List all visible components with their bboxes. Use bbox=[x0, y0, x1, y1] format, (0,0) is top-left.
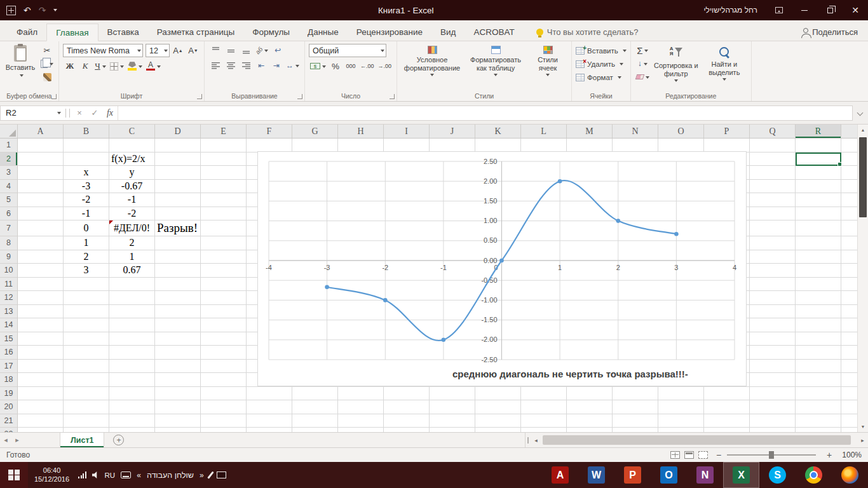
cell-J21[interactable] bbox=[430, 414, 475, 428]
column-header-R[interactable]: R bbox=[796, 125, 841, 138]
cell-B8[interactable]: 1 bbox=[64, 236, 109, 250]
cut-button[interactable]: ✂ bbox=[39, 44, 55, 57]
clear-button[interactable] bbox=[635, 71, 651, 83]
cell-E14[interactable] bbox=[201, 318, 247, 332]
taskbar-clock[interactable]: 06:40 15/12/2016 bbox=[28, 466, 76, 484]
zoom-slider[interactable] bbox=[727, 454, 816, 456]
undo-button[interactable]: ↶ bbox=[24, 6, 31, 15]
hscroll-left-icon[interactable]: ◂ bbox=[531, 437, 541, 444]
cell-F19[interactable] bbox=[247, 387, 292, 401]
pen-icon[interactable] bbox=[207, 471, 214, 479]
cell-E3[interactable] bbox=[201, 166, 247, 180]
cell-C9[interactable]: 1 bbox=[109, 250, 155, 264]
cell-C18[interactable] bbox=[109, 373, 155, 387]
column-header-J[interactable]: J bbox=[430, 125, 475, 138]
tab-Вставка[interactable]: Вставка bbox=[98, 23, 148, 41]
cell-E10[interactable] bbox=[201, 264, 247, 278]
accounting-format-button[interactable]: $ bbox=[309, 60, 327, 72]
cell-E22[interactable] bbox=[201, 428, 247, 432]
cell-F21[interactable] bbox=[247, 414, 292, 428]
cell-B11[interactable] bbox=[64, 278, 109, 292]
cell-R13[interactable] bbox=[796, 305, 841, 319]
cell-Q21[interactable] bbox=[750, 414, 796, 428]
row-header-6[interactable]: 6 bbox=[0, 207, 18, 221]
italic-button[interactable]: К bbox=[78, 60, 92, 72]
percent-style-button[interactable]: % bbox=[329, 60, 342, 72]
cell-E13[interactable] bbox=[201, 305, 247, 319]
cell-A18[interactable] bbox=[18, 373, 64, 387]
row-header-13[interactable]: 13 bbox=[0, 305, 18, 319]
row-header-5[interactable]: 5 bbox=[0, 193, 18, 207]
cell-G21[interactable] bbox=[292, 414, 338, 428]
cell-G19[interactable] bbox=[292, 387, 338, 401]
cell-Q14[interactable] bbox=[750, 318, 796, 332]
column-header-M[interactable]: M bbox=[567, 125, 613, 138]
align-bottom-button[interactable] bbox=[239, 44, 253, 57]
cell-R16[interactable] bbox=[796, 346, 841, 360]
cell-E20[interactable] bbox=[201, 400, 247, 414]
cell-Q9[interactable] bbox=[750, 250, 796, 264]
cell-I22[interactable] bbox=[384, 428, 430, 432]
cell-J1[interactable] bbox=[430, 139, 475, 152]
font-size-select[interactable]: 12 bbox=[146, 44, 170, 57]
cell-Q6[interactable] bbox=[750, 207, 796, 221]
cell-E7[interactable] bbox=[201, 220, 247, 236]
cell-C16[interactable] bbox=[109, 346, 155, 360]
sheet-nav-left-icon[interactable]: ◂ bbox=[0, 433, 11, 447]
minimize-button[interactable] bbox=[792, 0, 817, 20]
column-header-F[interactable]: F bbox=[247, 125, 292, 138]
cell-E15[interactable] bbox=[201, 332, 247, 346]
cell-C20[interactable] bbox=[109, 400, 155, 414]
row-header-21[interactable]: 21 bbox=[0, 414, 18, 428]
cell-K22[interactable] bbox=[475, 428, 521, 432]
cell-A19[interactable] bbox=[18, 387, 64, 401]
excel-app-icon[interactable] bbox=[6, 6, 16, 15]
orientation-button[interactable]: аб bbox=[254, 44, 269, 57]
formula-input[interactable] bbox=[118, 106, 852, 120]
cell-A16[interactable] bbox=[18, 346, 64, 360]
column-header-C[interactable]: C bbox=[109, 125, 155, 138]
volume-icon[interactable] bbox=[92, 471, 99, 478]
cell-E21[interactable] bbox=[201, 414, 247, 428]
cell-C22[interactable] bbox=[109, 428, 155, 432]
select-all-corner[interactable] bbox=[0, 125, 18, 138]
cell-D14[interactable] bbox=[155, 318, 201, 332]
ribbon-display-options-button[interactable] bbox=[766, 0, 792, 20]
column-header-D[interactable]: D bbox=[155, 125, 201, 138]
cell-E11[interactable] bbox=[201, 278, 247, 292]
cell-R1[interactable] bbox=[796, 139, 841, 152]
row-header-10[interactable]: 10 bbox=[0, 264, 18, 278]
align-middle-button[interactable] bbox=[224, 44, 238, 57]
cell-B14[interactable] bbox=[64, 318, 109, 332]
cell-B13[interactable] bbox=[64, 305, 109, 319]
align-top-button[interactable] bbox=[208, 44, 222, 57]
cell-R4[interactable] bbox=[796, 180, 841, 194]
cell-P21[interactable] bbox=[704, 414, 750, 428]
cell-K19[interactable] bbox=[475, 387, 521, 401]
cell-E18[interactable] bbox=[201, 373, 247, 387]
toolbar-expand-icon[interactable]: » bbox=[200, 471, 204, 480]
zoom-level[interactable]: 100% bbox=[835, 451, 862, 459]
align-center-button[interactable] bbox=[224, 59, 238, 72]
cell-B7[interactable]: 0 bbox=[64, 220, 109, 236]
cell-A20[interactable] bbox=[18, 400, 64, 414]
cell-P20[interactable] bbox=[704, 400, 750, 414]
number-dialog-launcher[interactable] bbox=[390, 94, 395, 99]
cell-A10[interactable] bbox=[18, 264, 64, 278]
cell-B9[interactable]: 2 bbox=[64, 250, 109, 264]
cell-A12[interactable] bbox=[18, 291, 64, 305]
column-header-G[interactable]: G bbox=[292, 125, 338, 138]
cell-D20[interactable] bbox=[155, 400, 201, 414]
cell-D1[interactable] bbox=[155, 139, 201, 152]
cell-D13[interactable] bbox=[155, 305, 201, 319]
normal-view-icon[interactable] bbox=[670, 451, 680, 459]
cell-C17[interactable] bbox=[109, 360, 155, 374]
tab-scrollbar-splitter[interactable] bbox=[526, 433, 531, 447]
cell-B12[interactable] bbox=[64, 291, 109, 305]
cell-D15[interactable] bbox=[155, 332, 201, 346]
cell-B19[interactable] bbox=[64, 387, 109, 401]
row-header-15[interactable]: 15 bbox=[0, 332, 18, 346]
zoom-slider-thumb[interactable] bbox=[769, 451, 774, 459]
cell-A14[interactable] bbox=[18, 318, 64, 332]
cell-B4[interactable]: -3 bbox=[64, 180, 109, 194]
